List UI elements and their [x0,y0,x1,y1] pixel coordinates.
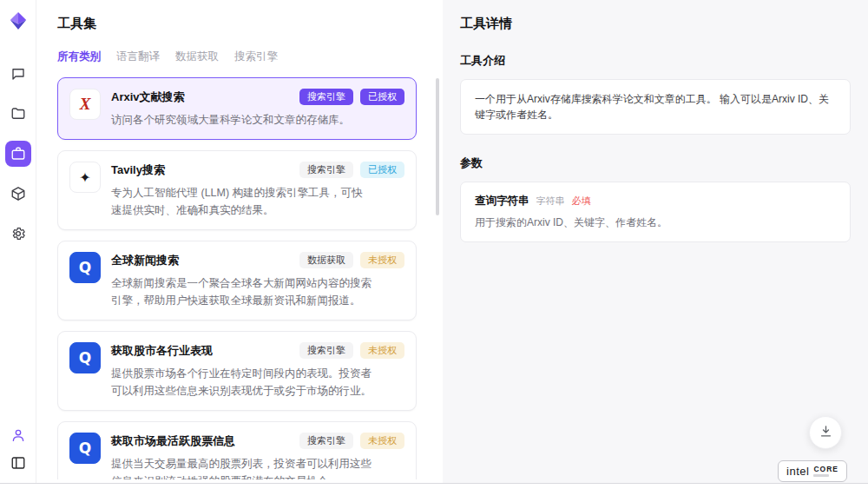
status-badge: 已授权 [360,89,404,105]
parameter-card: 查询字符串 字符串 必填 用于搜索的Arxiv ID、关键字、作者姓名。 [460,182,851,242]
status-badge: 未授权 [360,252,404,268]
tab-所有类别[interactable]: 所有类别 [57,50,101,64]
tool-detail-title: 工具详情 [460,16,851,32]
tool-description: 访问各个研究领域大量科学论文和文章的存储库。 [111,111,373,129]
tool-description: 专为人工智能代理 (LLM) 构建的搜索引擎工具，可快速提供实时、准确和真实的结… [111,184,373,219]
category-tabs: 所有类别语言翻译数据获取搜索引擎 [57,50,417,64]
param-required-label: 必填 [572,195,591,208]
user-icon[interactable] [5,422,31,448]
tab-数据获取[interactable]: 数据获取 [175,50,219,64]
download-icon [819,424,833,441]
sidebar-bottom [5,422,31,476]
sidebar-nav [5,61,31,247]
tab-语言翻译[interactable]: 语言翻译 [116,50,160,64]
tool-list: Arxiv文献搜索 搜索引擎 已授权 访问各个研究领域大量科学论文和文章的存储库… [57,77,417,479]
tavily-logo [69,162,101,193]
tool-detail-panel: 工具详情 工具介绍 一个用于从Arxiv存储库搜索科学论文和文章的工具。 输入可… [443,0,868,483]
tool-description: 全球新闻搜索是一个聚合全球各大新闻网站内容的搜索引擎，帮助用户快速获取全球最新资… [111,274,373,309]
tool-name: Arxiv文献搜索 [111,89,185,105]
sidebar [0,0,36,483]
arxiv-logo [69,89,101,120]
tool-collection-title: 工具集 [57,16,417,32]
tool-description: 提供股票市场各个行业在特定时间段内的表现。投资者可以利用这些信息来识别表现优于或… [111,365,373,400]
stock-api-logo [69,342,101,373]
intro-card: 一个用于从Arxiv存储库搜索科学论文和文章的工具。 输入可以是Arxiv ID… [460,79,851,135]
app-window: 工具集 所有类别语言翻译数据获取搜索引擎 Arxiv文献搜索 搜索引擎 已授权 … [0,0,868,484]
tool-card[interactable]: 获取市场最活跃股票信息 搜索引擎 未授权 提供当天交易量最高的股票列表，投资者可… [57,421,417,479]
tool-card[interactable]: Arxiv文献搜索 搜索引擎 已授权 访问各个研究领域大量科学论文和文章的存储库… [57,77,417,140]
intel-core-badge: intel CORE [778,460,847,482]
param-name: 查询字符串 [475,194,529,208]
folder-icon[interactable] [5,101,31,127]
intel-logo-text: intel [786,465,809,478]
category-badge: 搜索引擎 [299,89,353,105]
param-description: 用于搜索的Arxiv ID、关键字、作者姓名。 [475,215,836,230]
intro-text: 一个用于从Arxiv存储库搜索科学论文和文章的工具。 输入可以是Arxiv ID… [475,91,836,122]
news-api-logo [69,252,101,283]
tool-card[interactable]: Tavily搜索 搜索引擎 已授权 专为人工智能代理 (LLM) 构建的搜索引擎… [57,150,417,230]
tool-name: 全球新闻搜索 [111,253,179,268]
status-badge: 未授权 [360,433,404,449]
category-badge: 搜索引擎 [299,433,353,449]
scrollbar-thumb[interactable] [436,78,439,215]
param-type: 字符串 [536,195,565,208]
tool-name: 获取市场最活跃股票信息 [111,433,235,449]
tool-name: 获取股市各行业表现 [111,343,213,359]
tool-name: Tavily搜索 [111,162,165,178]
cube-icon[interactable] [5,181,31,207]
panel-toggle-icon[interactable] [5,450,31,476]
app-logo [8,10,29,31]
stock-api-logo [69,433,101,464]
intro-heading: 工具介绍 [460,53,851,69]
category-badge: 数据获取 [299,252,353,268]
params-heading: 参数 [460,155,851,171]
status-badge: 未授权 [360,342,404,359]
category-badge: 搜索引擎 [299,342,353,359]
chat-icon[interactable] [5,61,31,87]
download-button[interactable] [809,416,842,449]
gear-icon[interactable] [5,221,31,247]
tool-card[interactable]: 获取股市各行业表现 搜索引擎 未授权 提供股票市场各个行业在特定时间段内的表现。… [57,331,417,411]
tool-card[interactable]: 全球新闻搜索 数据获取 未授权 全球新闻搜索是一个聚合全球各大新闻网站内容的搜索… [57,241,417,320]
core-logo-text: CORE [813,466,838,473]
tool-description: 提供当天交易量最高的股票列表，投资者可以利用这些信息来识别流动性强的股票和潜在的… [111,455,373,479]
briefcase-icon[interactable] [5,141,31,167]
tab-搜索引擎[interactable]: 搜索引擎 [234,50,278,64]
core-logo-subline [813,474,829,477]
status-badge: 已授权 [360,162,404,178]
category-badge: 搜索引擎 [299,162,353,178]
tool-collection-panel: 工具集 所有类别语言翻译数据获取搜索引擎 Arxiv文献搜索 搜索引擎 已授权 … [36,0,443,483]
